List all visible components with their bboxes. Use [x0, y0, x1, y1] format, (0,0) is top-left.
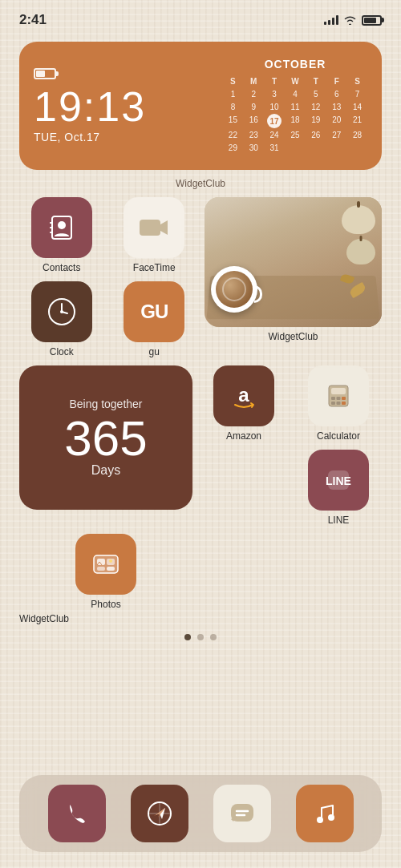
- line-label: LINE: [328, 515, 350, 526]
- amazon-app[interactable]: a Amazon: [200, 365, 287, 442]
- gu-icon[interactable]: GU: [124, 281, 184, 342]
- battery-widget: [34, 68, 146, 79]
- countdown-label: WidgetClub: [19, 613, 382, 624]
- svg-rect-18: [342, 402, 346, 405]
- clock-icon[interactable]: [31, 281, 92, 342]
- cal-header: S: [223, 75, 243, 87]
- page-dot-3: [210, 634, 217, 640]
- svg-text:a: a: [238, 384, 249, 406]
- svg-rect-14: [337, 397, 341, 400]
- calculator-label: Calculator: [317, 430, 360, 442]
- line-icon[interactable]: LINE: [308, 450, 369, 511]
- gu-app[interactable]: GU gu: [112, 281, 197, 357]
- status-bar: 2:41: [0, 0, 401, 35]
- calendar-grid: S M T W T F S 1 2 3 4 5 6 7: [223, 75, 367, 154]
- clock-label: Clock: [50, 346, 74, 357]
- svg-rect-16: [331, 402, 335, 405]
- svg-rect-12: [331, 388, 346, 394]
- svg-point-9: [60, 310, 63, 313]
- calculator-app[interactable]: Calculator: [295, 365, 382, 442]
- svg-rect-26: [107, 567, 115, 571]
- cal-header: T: [265, 75, 285, 87]
- countdown-unit: Days: [91, 463, 120, 478]
- contacts-label: Contacts: [43, 262, 80, 273]
- svg-point-27: [109, 559, 112, 563]
- page-dot-2: [197, 634, 204, 640]
- photos-label: Photos: [91, 599, 120, 610]
- svg-rect-13: [331, 397, 335, 400]
- clock-calendar-widget[interactable]: 19:13 TUE, Oct.17 OCTOBER S M T W T F S: [19, 42, 382, 170]
- svg-rect-25: [97, 567, 105, 571]
- facetime-label: FaceTime: [133, 262, 176, 273]
- facetime-app[interactable]: FaceTime: [112, 197, 197, 273]
- status-icons: [324, 15, 382, 26]
- calendar-section: OCTOBER S M T W T F S 1 2 3 4 5: [223, 58, 367, 154]
- svg-text:LINE: LINE: [326, 474, 351, 487]
- cal-header: F: [326, 75, 346, 87]
- amazon-icon[interactable]: a: [213, 365, 274, 426]
- dock: [19, 775, 382, 852]
- cal-header: S: [347, 75, 367, 87]
- amazon-label: Amazon: [226, 430, 261, 442]
- status-time: 2:41: [19, 12, 47, 28]
- gu-label: gu: [149, 346, 160, 357]
- countdown-number: 365: [64, 414, 147, 463]
- messages-app[interactable]: [213, 785, 271, 842]
- countdown-text: Being together: [69, 398, 142, 410]
- battery-icon: [362, 15, 382, 26]
- page-dots: [19, 634, 382, 640]
- svg-point-35: [328, 814, 334, 821]
- svg-point-1: [58, 221, 66, 229]
- calculator-icon[interactable]: [308, 365, 369, 426]
- svg-rect-17: [337, 402, 341, 405]
- clock-section: 19:13 TUE, Oct.17: [34, 68, 146, 143]
- line-app[interactable]: LINE LINE: [295, 450, 382, 526]
- clock-date: TUE, Oct.17: [34, 131, 146, 143]
- cal-header: T: [306, 75, 326, 87]
- svg-rect-5: [140, 220, 160, 236]
- contacts-app[interactable]: Contacts: [19, 197, 104, 273]
- wifi-icon: [343, 15, 357, 25]
- phone-app[interactable]: [48, 785, 106, 842]
- photo-widget[interactable]: WidgetClub: [205, 197, 382, 357]
- photos-icon[interactable]: [75, 534, 136, 595]
- signal-icon: [324, 15, 338, 25]
- photo-widget-label: WidgetClub: [205, 331, 382, 342]
- clock-time: 19:13: [34, 86, 146, 127]
- svg-point-34: [317, 817, 323, 823]
- cal-header: M: [244, 75, 264, 87]
- countdown-widget[interactable]: Being together 365 Days: [19, 365, 192, 510]
- bottom-widgets-section: Being together 365 Days a Amazon: [19, 365, 382, 610]
- safari-app[interactable]: [131, 785, 188, 842]
- widget-club-label-top: WidgetClub: [19, 178, 382, 189]
- contacts-icon[interactable]: [31, 197, 92, 258]
- page-dot-1: [184, 634, 191, 640]
- clock-app[interactable]: Clock: [19, 281, 104, 357]
- facetime-icon[interactable]: [124, 197, 184, 258]
- svg-rect-15: [342, 397, 346, 400]
- music-app[interactable]: [296, 785, 354, 842]
- cal-header: W: [286, 75, 306, 87]
- photos-app[interactable]: Photos: [19, 534, 192, 610]
- calendar-month: OCTOBER: [223, 58, 367, 71]
